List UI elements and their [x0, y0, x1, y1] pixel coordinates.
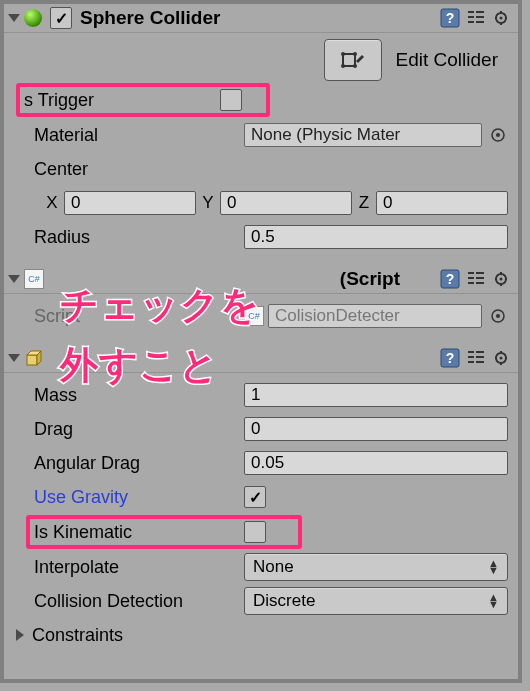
- sphere-collider-icon: [24, 9, 42, 27]
- script-title-suffix: (Script: [340, 268, 400, 290]
- svg-rect-22: [476, 272, 484, 274]
- preset-icon[interactable]: [466, 269, 486, 289]
- svg-rect-3: [468, 16, 474, 18]
- angular-drag-input[interactable]: [244, 451, 508, 475]
- center-label: Center: [34, 159, 244, 180]
- rigidbody-header: x ?: [4, 344, 518, 373]
- is-kinematic-label: Is Kinematic: [34, 522, 244, 543]
- radius-label: Radius: [34, 227, 244, 248]
- is-kinematic-highlight: Is Kinematic: [26, 515, 302, 549]
- center-x-input[interactable]: [64, 191, 196, 215]
- svg-point-14: [353, 64, 357, 68]
- interpolate-value: None: [253, 557, 294, 577]
- object-picker-icon[interactable]: [488, 306, 508, 326]
- is-trigger-label: s Trigger: [24, 90, 220, 111]
- constraints-foldout[interactable]: [16, 629, 24, 641]
- svg-point-12: [353, 52, 357, 56]
- collision-detection-dropdown[interactable]: Discrete ▲▼: [244, 587, 508, 615]
- svg-rect-37: [476, 361, 484, 363]
- y-label: Y: [200, 193, 216, 213]
- gear-icon[interactable]: [492, 8, 512, 28]
- foldout-toggle[interactable]: [8, 275, 20, 283]
- edit-collider-label: Edit Collider: [396, 49, 498, 71]
- gear-icon[interactable]: [492, 348, 512, 368]
- svg-rect-7: [476, 21, 484, 23]
- csharp-script-icon: C#: [24, 269, 44, 289]
- is-kinematic-checkbox[interactable]: [244, 521, 266, 543]
- csharp-script-icon: C#: [244, 306, 264, 326]
- angular-drag-label: Angular Drag: [34, 453, 244, 474]
- svg-rect-23: [476, 277, 484, 279]
- svg-rect-29: [27, 355, 37, 365]
- center-z-input[interactable]: [376, 191, 508, 215]
- constraints-label: Constraints: [32, 625, 123, 646]
- svg-rect-4: [468, 21, 474, 23]
- collision-detection-value: Discrete: [253, 591, 315, 611]
- svg-rect-21: [468, 282, 474, 284]
- component-enable-checkbox[interactable]: [50, 7, 72, 29]
- object-picker-icon[interactable]: [488, 125, 508, 145]
- interpolate-dropdown[interactable]: None ▲▼: [244, 553, 508, 581]
- material-label: Material: [34, 125, 244, 146]
- script-field[interactable]: [268, 304, 482, 328]
- foldout-toggle[interactable]: [8, 354, 20, 362]
- preset-icon[interactable]: [466, 348, 486, 368]
- is-trigger-highlight: s Trigger: [16, 83, 270, 117]
- is-trigger-checkbox[interactable]: [220, 89, 242, 111]
- svg-rect-32: [468, 351, 474, 353]
- svg-rect-20: [468, 277, 474, 279]
- svg-rect-19: [468, 272, 474, 274]
- drag-input[interactable]: [244, 417, 508, 441]
- dropdown-arrows-icon: ▲▼: [488, 594, 499, 608]
- use-gravity-checkbox[interactable]: [244, 486, 266, 508]
- radius-input[interactable]: [244, 225, 508, 249]
- z-label: Z: [356, 193, 372, 213]
- x-label: X: [44, 193, 60, 213]
- svg-rect-10: [343, 54, 355, 66]
- svg-rect-2: [468, 11, 474, 13]
- svg-rect-5: [476, 11, 484, 13]
- svg-rect-24: [476, 282, 484, 284]
- preset-icon[interactable]: [466, 8, 486, 28]
- help-icon[interactable]: ?: [440, 348, 460, 368]
- svg-point-26: [500, 278, 503, 281]
- help-icon[interactable]: ?: [440, 269, 460, 289]
- svg-point-39: [500, 357, 503, 360]
- svg-text:?: ?: [446, 350, 455, 366]
- component-title: Sphere Collider: [80, 7, 440, 29]
- svg-point-28: [496, 314, 500, 318]
- svg-rect-6: [476, 16, 484, 18]
- center-y-input[interactable]: [220, 191, 352, 215]
- mass-input[interactable]: [244, 383, 508, 407]
- svg-point-11: [341, 52, 345, 56]
- svg-text:?: ?: [446, 271, 455, 287]
- drag-label: Drag: [34, 419, 244, 440]
- svg-rect-33: [468, 356, 474, 358]
- sphere-collider-header: Sphere Collider ?: [4, 4, 518, 33]
- gear-icon[interactable]: [492, 269, 512, 289]
- script-label: Script: [34, 306, 244, 327]
- help-icon[interactable]: ?: [440, 8, 460, 28]
- edit-collider-button[interactable]: [324, 39, 382, 81]
- dropdown-arrows-icon: ▲▼: [488, 560, 499, 574]
- svg-point-9: [500, 17, 503, 20]
- svg-rect-34: [468, 361, 474, 363]
- svg-text:?: ?: [446, 10, 455, 26]
- foldout-toggle[interactable]: [8, 14, 20, 22]
- material-field[interactable]: [244, 123, 482, 147]
- interpolate-label: Interpolate: [34, 557, 244, 578]
- svg-rect-36: [476, 356, 484, 358]
- script-component-header: C# x (Script ?: [4, 265, 518, 294]
- svg-point-16: [496, 133, 500, 137]
- svg-rect-35: [476, 351, 484, 353]
- rigidbody-icon: [24, 349, 42, 367]
- use-gravity-label: Use Gravity: [34, 487, 244, 508]
- collision-detection-label: Collision Detection: [34, 591, 244, 612]
- svg-point-13: [341, 64, 345, 68]
- mass-label: Mass: [34, 385, 244, 406]
